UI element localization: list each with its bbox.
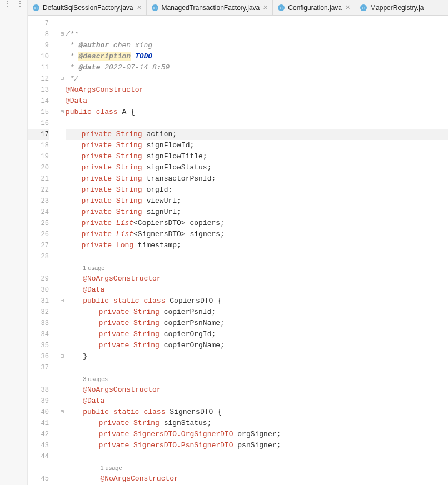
fold-icon[interactable] [59,162,66,173]
fold-icon[interactable] [59,184,66,196]
code-line[interactable]: private Long timestamp; [66,240,448,251]
fold-icon[interactable] [59,262,66,273]
fold-icon[interactable]: ⊟ [59,351,66,362]
usage-hint[interactable]: 1 usage [66,462,448,473]
code-line[interactable]: private List<SignersDTO> signers; [66,229,448,240]
fold-icon[interactable] [59,451,66,462]
code-line[interactable] [66,18,448,29]
gutter-line[interactable]: 10 [28,51,49,62]
fold-icon[interactable] [59,129,66,140]
gutter-line[interactable]: 42 [28,429,49,440]
code-line[interactable]: private String viewUrl; [66,196,448,207]
code-line[interactable]: @Data [66,96,448,107]
gutter-line[interactable]: 38 [28,384,49,396]
code-line[interactable]: private String copierPsnId; [66,307,448,318]
gutter-line[interactable]: 36 [28,351,49,362]
fold-icon[interactable] [59,473,66,484]
gutter-line[interactable]: 37 [28,362,49,373]
tab-configuration[interactable]: C Configuration.java ✕ [273,0,355,15]
gutter-line[interactable]: 19 [28,151,49,162]
fold-icon[interactable] [59,18,66,29]
gutter-line[interactable]: 28 [28,251,49,262]
code-line[interactable]: */ [66,73,448,84]
fold-icon[interactable] [59,373,66,384]
fold-icon[interactable] [59,218,66,229]
fold-icon[interactable] [59,140,66,151]
gutter-line[interactable]: 39 [28,396,49,407]
tab-defaultsql[interactable]: C DefaultSqlSessionFactory.java ✕ [28,0,147,15]
code-line[interactable]: private List<CopiersDTO> copiers; [66,218,448,229]
fold-icon[interactable] [59,329,66,340]
fold-icon[interactable] [59,51,66,62]
gutter-line[interactable]: 21 [28,173,49,184]
gutter-line[interactable] [28,262,49,273]
code-line[interactable]: private SignersDTO.OrgSignerDTO orgSigne… [66,429,448,440]
fold-icon[interactable] [59,340,66,351]
fold-icon[interactable] [59,207,66,218]
code-line[interactable]: public static class CopiersDTO { [66,296,448,307]
code-line[interactable]: public static class SignersDTO { [66,407,448,418]
gutter-line[interactable]: 22 [28,184,49,196]
gutter-line[interactable] [28,373,49,384]
gutter-line[interactable]: 11 [28,62,49,73]
fold-icon[interactable] [59,429,66,440]
gutter-line[interactable]: 34 [28,329,49,340]
fold-icon[interactable] [59,229,66,240]
code-line[interactable]: private String signFlowStatus; [66,162,448,173]
code-line[interactable]: @NoArgsConstructor [66,473,448,484]
fold-icon[interactable]: ⊟ [59,73,66,84]
code-line[interactable]: @NoArgsConstructor [66,273,448,284]
gutter-line[interactable]: 18 [28,140,49,151]
fold-icon[interactable] [59,173,66,184]
fold-icon[interactable] [59,196,66,207]
code-line[interactable]: public class A { [66,107,448,118]
fold-icon[interactable] [59,418,66,429]
code-line[interactable]: * @date 2022-07-14 8:59 [66,62,448,73]
gutter-line[interactable]: 12 [28,73,49,84]
gutter-line[interactable]: 9 [28,40,49,51]
fold-icon[interactable] [59,96,66,107]
gutter-line[interactable]: 29 [28,273,49,284]
fold-icon[interactable] [59,307,66,318]
fold-icon[interactable] [59,240,66,251]
fold-icon[interactable] [59,284,66,296]
gutter-line[interactable]: 20 [28,162,49,173]
fold-icon[interactable] [59,62,66,73]
more-actions-icon[interactable]: ⋮ ⋮ [3,2,23,7]
usage-hint[interactable]: 1 usage [66,262,448,273]
gutter-line[interactable]: 13 [28,84,49,96]
fold-icon[interactable] [59,251,66,262]
gutter-line[interactable]: 7 [28,18,49,29]
gutter-line[interactable]: 27 [28,240,49,251]
code-line[interactable]: private String transactorPsnId; [66,173,448,184]
fold-icon[interactable] [59,440,66,451]
fold-icon[interactable]: ⊟ [59,107,66,118]
code-line[interactable] [66,362,448,373]
tab-mapperregistry[interactable]: C MapperRegistry.ja [355,0,429,15]
code-line[interactable]: } [66,351,448,362]
gutter-line[interactable]: 8 [28,29,49,40]
code-line[interactable] [66,251,448,262]
gutter-line[interactable]: 40 [28,407,49,418]
gutter-line[interactable]: 15 [28,107,49,118]
code-line[interactable]: * @description TODO [66,51,448,62]
close-icon[interactable]: ✕ [137,4,142,11]
code-line[interactable] [66,451,448,462]
gutter-line[interactable]: 43 [28,440,49,451]
fold-icon[interactable] [59,40,66,51]
code-line-current[interactable]: private String action; [66,129,448,140]
close-icon[interactable]: ✕ [263,4,268,11]
fold-icon[interactable] [59,384,66,396]
gutter-line[interactable]: 17 [28,129,49,140]
code-line[interactable]: private String signFlowId; [66,140,448,151]
gutter-line[interactable]: 24 [28,207,49,218]
fold-icon[interactable] [59,396,66,407]
code-line[interactable]: @NoArgsConstructor [66,384,448,396]
gutter-line[interactable]: 14 [28,96,49,107]
gutter-line[interactable]: 45 [28,473,49,484]
code-line[interactable]: * @author chen xing [66,40,448,51]
gutter-line[interactable]: 25 [28,218,49,229]
fold-icon[interactable]: ⊟ [59,407,66,418]
code-line[interactable] [66,118,448,129]
gutter-line[interactable]: 41 [28,418,49,429]
